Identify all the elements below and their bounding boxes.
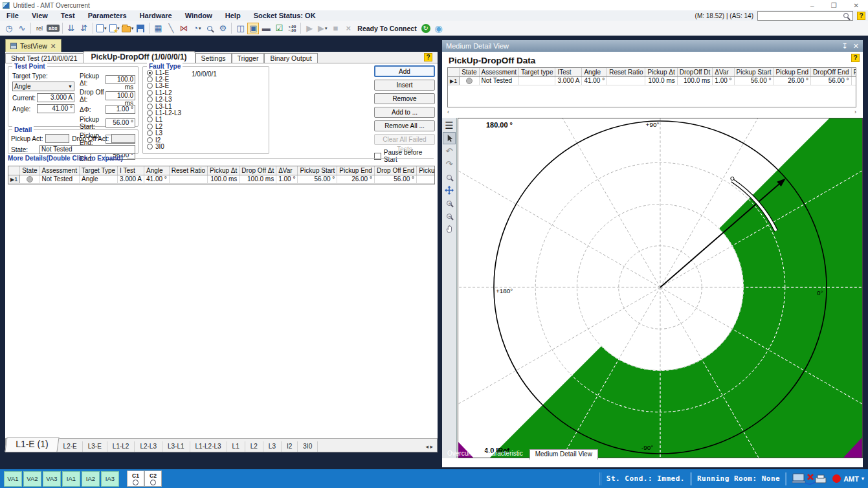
virtual-panel-icon[interactable]: ▣ bbox=[247, 23, 259, 34]
table-row[interactable]: ▶1Not TestedAngle3.000 A41.00 °100.0 ms1… bbox=[8, 175, 435, 183]
close-panel-icon[interactable]: ✕ bbox=[853, 42, 859, 50]
column-header[interactable]: Angle bbox=[144, 166, 170, 175]
column-header[interactable]: ΔVar bbox=[276, 166, 298, 175]
data-cell[interactable]: 1.00 ° bbox=[276, 175, 298, 183]
column-header[interactable]: Target Type bbox=[80, 166, 118, 175]
reconnect-icon[interactable]: ↻ bbox=[420, 23, 432, 34]
row-marker[interactable]: ▶1 bbox=[448, 76, 460, 85]
radio-icon[interactable] bbox=[147, 83, 153, 89]
tab-shot-test[interactable]: Shot Test (21/0/0/0/21 bbox=[5, 53, 83, 63]
radio-icon[interactable] bbox=[147, 90, 153, 96]
tp-field-value[interactable]: 1.00 ° bbox=[106, 105, 135, 114]
menu-hardware[interactable]: Hardware bbox=[133, 12, 179, 19]
fault-type-option[interactable]: 3I0 bbox=[147, 143, 269, 150]
data-cell[interactable]: 26.00 ° bbox=[337, 175, 375, 183]
channel-va1[interactable]: VA1 bbox=[4, 471, 22, 487]
column-header[interactable]: Pick Up Act. bbox=[851, 68, 856, 76]
fault-tab-l3-l1[interactable]: L3-L1 bbox=[162, 441, 190, 452]
column-header[interactable]: State bbox=[460, 68, 479, 76]
column-header[interactable]: DropOff End bbox=[811, 68, 851, 76]
column-header[interactable]: Angle bbox=[582, 68, 607, 76]
fault-tab-3i0[interactable]: 3I0 bbox=[298, 441, 318, 452]
column-header[interactable]: Reset Ratio bbox=[169, 166, 207, 175]
fault-tab-l3[interactable]: L3 bbox=[263, 441, 282, 452]
fault-tab-l3-e[interactable]: L3-E bbox=[83, 441, 107, 452]
target-type-select[interactable]: Angle▼ bbox=[12, 82, 74, 91]
add-button[interactable]: Add bbox=[374, 65, 435, 77]
remove-all-button[interactable]: Remove All ... bbox=[374, 120, 435, 131]
data-cell[interactable]: 100.0 ms bbox=[239, 175, 276, 183]
pan-hand-icon[interactable] bbox=[443, 223, 456, 235]
channel-va2[interactable]: VA2 bbox=[23, 471, 41, 487]
radio-icon[interactable] bbox=[147, 124, 153, 129]
search-box[interactable] bbox=[757, 11, 853, 21]
channel-ia3[interactable]: IA3 bbox=[101, 471, 119, 487]
data-cell[interactable] bbox=[607, 76, 645, 85]
tab-trigger[interactable]: Trigger bbox=[232, 53, 265, 63]
column-header[interactable]: Assessment bbox=[479, 68, 518, 76]
data-cell[interactable]: 1.00 ° bbox=[713, 76, 734, 85]
data-cell[interactable]: Angle bbox=[80, 175, 118, 183]
tab-testview[interactable]: TestView ✕ bbox=[5, 39, 61, 52]
fault-type-option[interactable]: L3-E bbox=[147, 83, 269, 89]
overcurrent-polar-plot[interactable]: 180.00 °+90°+180°0°-90°4.0 IRef bbox=[458, 118, 863, 458]
network-icon[interactable]: ◉ bbox=[433, 23, 445, 34]
data-cell[interactable]: 56.00 ° bbox=[298, 175, 337, 183]
precision-icon[interactable]: +.00−.00 bbox=[286, 23, 298, 34]
data-cell[interactable]: 56.00 ° bbox=[811, 76, 851, 85]
fault-type-option[interactable]: I2 bbox=[147, 137, 269, 143]
fault-type-option[interactable]: L1-L2-L3 bbox=[147, 109, 269, 116]
data-cell[interactable]: 41.00 ° bbox=[144, 175, 170, 183]
abort-icon[interactable]: × bbox=[342, 23, 354, 34]
data-cell[interactable]: 3.000 A bbox=[555, 76, 582, 85]
zoom-in-icon[interactable] bbox=[443, 197, 456, 209]
menu-test[interactable]: Test bbox=[54, 12, 82, 19]
state-cell[interactable] bbox=[460, 76, 479, 85]
radio-icon[interactable] bbox=[147, 104, 153, 109]
data-cell[interactable]: 100.0 ms bbox=[645, 76, 677, 85]
clock-icon[interactable]: ◷ bbox=[3, 23, 15, 34]
fault-type-option[interactable]: L2 bbox=[147, 123, 269, 129]
zoom-out-icon[interactable] bbox=[443, 210, 456, 222]
column-header[interactable]: Drop Off End bbox=[374, 166, 416, 175]
data-cell[interactable]: 56.00 ° bbox=[734, 76, 773, 85]
save-icon[interactable] bbox=[135, 23, 146, 34]
column-header[interactable]: State bbox=[20, 166, 39, 175]
open-file-icon[interactable]: ▾ bbox=[122, 23, 134, 34]
menu-view[interactable]: View bbox=[25, 12, 54, 19]
data-cell[interactable]: 100.0 ms bbox=[677, 76, 713, 85]
clear-failed-button[interactable]: Clear All Failed Tests bbox=[374, 134, 435, 145]
find-in-table-icon[interactable] bbox=[204, 23, 216, 34]
fault-tab-l1-l2-l3[interactable]: L1-L2-L3 bbox=[190, 441, 227, 452]
maximize-icon[interactable]: ❐ bbox=[831, 2, 837, 9]
tab-medium-detail-view[interactable]: Medium Detail View bbox=[529, 449, 598, 460]
run-all-icon[interactable]: ▶▾ bbox=[317, 23, 328, 34]
fault-tab-l1-e-1-[interactable]: L1-E (1) bbox=[5, 438, 59, 452]
data-cell[interactable] bbox=[417, 175, 435, 183]
more-details-bar[interactable]: More Details(Double Click to Expand) bbox=[8, 155, 434, 162]
undo-icon[interactable]: ↶ bbox=[443, 145, 456, 157]
menu-window[interactable]: Window bbox=[179, 12, 219, 19]
help-button[interactable]: ? bbox=[857, 12, 865, 20]
abs-button[interactable]: abs bbox=[47, 25, 60, 32]
column-header[interactable]: ΔVar bbox=[713, 68, 734, 76]
column-header[interactable]: Drop Off Δt bbox=[239, 166, 276, 175]
search-icon[interactable] bbox=[843, 13, 849, 18]
table-row[interactable]: ▶1Not Tested3.000 A41.00 °100.0 ms100.0 … bbox=[448, 76, 856, 85]
data-cell[interactable]: 56.00 ° bbox=[374, 175, 416, 183]
fault-type-option[interactable]: L3 bbox=[147, 130, 269, 137]
chart-menu-icon[interactable]: ☰ bbox=[443, 119, 456, 131]
tp-field-value[interactable]: 56.00 ° bbox=[106, 118, 135, 128]
tab-settings[interactable]: Settings bbox=[195, 53, 232, 63]
amt-status[interactable]: AMT ▾ bbox=[832, 474, 864, 483]
fault-tab-l2-l3[interactable]: L2-L3 bbox=[135, 441, 162, 452]
tab-pickup-dropoff[interactable]: PickUp-DropOff (1/0/0/0/1) bbox=[83, 51, 195, 63]
radio-icon[interactable] bbox=[147, 110, 153, 116]
insert-button[interactable]: Insert bbox=[374, 80, 435, 91]
menu-file[interactable]: File bbox=[0, 12, 25, 19]
minimize-icon[interactable]: – bbox=[810, 2, 814, 9]
pin-icon[interactable]: ↧ bbox=[842, 42, 848, 50]
connections-panel-icon[interactable]: ▬ bbox=[260, 23, 272, 34]
tp-field-value[interactable]: 100.0 ms bbox=[106, 75, 135, 84]
radio-icon[interactable] bbox=[147, 76, 153, 82]
